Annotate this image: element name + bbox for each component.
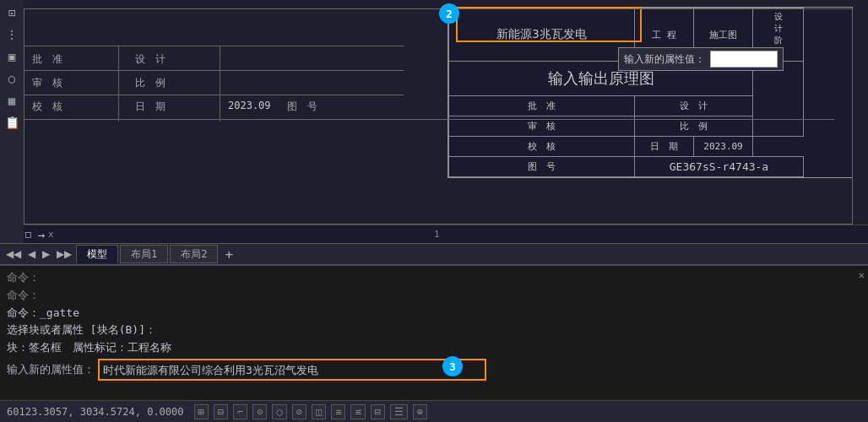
status-coordinates: 60123.3057, 3034.5724, 0.0000	[7, 406, 184, 418]
tab-add-button[interactable]: +	[220, 246, 238, 262]
tab-nav-first[interactable]: ◀◀	[3, 244, 24, 264]
sidebar-icon-rect[interactable]: ▣	[3, 47, 21, 66]
command-area: ✕ 命令： 命令： 命令：_gatte 选择块或者属性 [块名(B)]： 块：签…	[0, 265, 868, 400]
left-sidebar: ⊡ ⋮ ▣ ○ ▦ 📋	[0, 0, 24, 243]
tooltip-input[interactable]	[710, 51, 778, 68]
divider-2	[24, 70, 404, 71]
command-line-select: 选择块或者属性 [块名(B)]：	[7, 322, 861, 339]
command-input-value: 时代新能源有限公司综合利用3光瓦沼气发电	[103, 364, 318, 376]
divider-4	[24, 119, 834, 120]
vdivider-2	[220, 46, 220, 122]
ruler-square: □	[25, 229, 31, 240]
divider-1	[24, 46, 404, 46]
tab-model[interactable]: 模型	[76, 245, 118, 263]
command-input-label: 输入新的属性值：	[7, 362, 95, 377]
drawing-border	[24, 8, 853, 225]
status-icon-lweight[interactable]: ≡	[331, 404, 345, 419]
status-icon-snap[interactable]: ⊟	[214, 404, 228, 419]
badge-2: 2	[439, 3, 459, 24]
sidebar-icon-circle[interactable]: ○	[3, 69, 21, 88]
status-icon-ducs[interactable]: ◫	[312, 404, 326, 419]
tab-nav-prev[interactable]: ◀	[25, 244, 38, 264]
status-icon-otrack[interactable]: ⊘	[292, 404, 307, 419]
attribute-input-tooltip[interactable]: 输入新的属性值：	[618, 47, 784, 71]
status-bar: 60123.3057, 3034.5724, 0.0000 ⊞ ⊟ ⌐ ⊙ ○ …	[0, 400, 868, 422]
sidebar-icon-clipboard[interactable]: 📋	[3, 113, 21, 132]
badge-3: 3	[442, 356, 463, 376]
command-line-1: 命令：	[7, 269, 861, 287]
command-input-box[interactable]: 时代新能源有限公司综合利用3光瓦沼气发电	[98, 359, 486, 381]
tab-bar: ◀◀ ◀ ▶ ▶▶ 模型 布局1 布局2 +	[0, 243, 868, 265]
status-icon-polar[interactable]: ⊙	[252, 404, 267, 419]
divider-3	[24, 95, 404, 95]
tooltip-label: 输入新的属性值：	[624, 52, 705, 67]
sidebar-icon-cursor[interactable]: ⊡	[3, 3, 21, 22]
status-icon-ortho[interactable]: ⌐	[233, 404, 247, 419]
canvas-area: ⊡ ⋮ ▣ ○ ▦ 📋 新能源3兆瓦发电 工 程 施工图 设计阶段 输入输出原理…	[0, 0, 868, 243]
drawing-content: 新能源3兆瓦发电 工 程 施工图 设计阶段 输入输出原理图 批 准 设 计 审 …	[0, 0, 868, 225]
status-icon-menu[interactable]: ☰	[390, 404, 408, 419]
ruler-arrow-right: →	[38, 228, 45, 241]
bottom-ruler: □ → x 1	[0, 225, 868, 243]
status-icon-workspace[interactable]: ⊕	[413, 404, 427, 419]
vdivider-1	[118, 46, 119, 122]
ruler-tick: 1	[434, 229, 440, 240]
status-icon-qp[interactable]: ⊟	[371, 404, 385, 419]
command-line-block: 块：签名框 属性标记：工程名称	[7, 339, 861, 357]
command-line-2: 命令：	[7, 287, 861, 305]
tab-nav-next[interactable]: ▶	[40, 244, 52, 264]
command-input-area[interactable]: 输入新的属性值： 时代新能源有限公司综合利用3光瓦沼气发电	[7, 359, 861, 381]
command-close-button[interactable]: ✕	[859, 269, 865, 281]
command-line-gatte: 命令：_gatte	[7, 305, 861, 322]
status-icon-tmodel[interactable]: ≡	[350, 404, 365, 419]
status-icons-group: ⊞ ⊟ ⌐ ⊙ ○ ⊘ ◫ ≡ ≡ ⊟ ☰ ⊕	[194, 404, 428, 419]
ruler-content: □ → x 1	[0, 228, 868, 241]
status-icon-osnap[interactable]: ○	[272, 404, 286, 419]
tab-layout1[interactable]: 布局1	[120, 245, 168, 263]
tab-layout2[interactable]: 布局2	[170, 245, 218, 263]
sidebar-icon-dots[interactable]: ⋮	[3, 25, 21, 44]
tab-nav-last[interactable]: ▶▶	[54, 244, 74, 264]
status-icon-grid[interactable]: ⊞	[194, 404, 209, 419]
sidebar-icon-grid[interactable]: ▦	[3, 91, 21, 110]
ruler-x: x	[48, 229, 54, 240]
